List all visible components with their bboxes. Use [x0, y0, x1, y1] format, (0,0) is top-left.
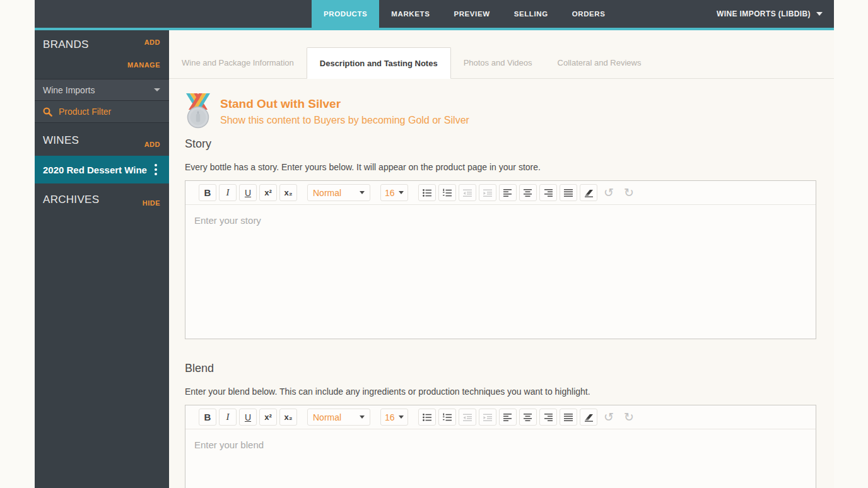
account-label: WINE IMPORTS (LIBDIB)	[717, 9, 811, 18]
tab-photos-videos[interactable]: Photos and Videos	[451, 47, 545, 78]
kebab-menu-icon[interactable]	[151, 161, 161, 178]
align-center-icon	[523, 188, 533, 198]
numbered-list-icon	[442, 188, 452, 198]
brands-add-button[interactable]: ADD	[144, 38, 160, 46]
align-right-button[interactable]	[539, 184, 557, 201]
undo-button[interactable]: ↺	[600, 184, 618, 201]
blend-editor-toolbar: B I U x² x₂ Normal 16	[185, 405, 816, 429]
indent-button[interactable]	[479, 184, 496, 201]
clear-formatting-button[interactable]	[580, 184, 597, 201]
undo-button[interactable]: ↺	[600, 409, 618, 426]
font-size-dropdown[interactable]: 16	[380, 409, 408, 426]
clear-formatting-button[interactable]	[580, 409, 597, 426]
nav-preview[interactable]: PREVIEW	[442, 0, 501, 28]
superscript-button[interactable]: x²	[259, 184, 277, 201]
product-filter[interactable]: Product Filter	[35, 101, 169, 123]
underline-button[interactable]: U	[239, 409, 257, 426]
search-icon	[43, 107, 52, 117]
tab-description-tasting-notes[interactable]: Description and Tasting Notes	[307, 47, 451, 79]
redo-icon: ↻	[624, 187, 634, 199]
chevron-down-icon	[360, 191, 365, 194]
top-bar: PRODUCTS MARKETS PREVIEW SELLING ORDERS …	[35, 0, 834, 30]
subscript-button[interactable]: x₂	[279, 184, 297, 201]
bullet-list-button[interactable]	[418, 184, 436, 201]
promo-upgrade-link[interactable]: Show this content to Buyers by becoming …	[220, 115, 469, 126]
nav-selling[interactable]: SELLING	[502, 0, 560, 28]
selected-wine-label: 2020 Red Dessert Wine	[43, 165, 147, 175]
justify-icon	[563, 188, 573, 198]
align-right-icon	[543, 188, 553, 198]
chevron-down-icon	[816, 12, 823, 16]
blend-text-input[interactable]: Enter your blend	[185, 429, 816, 488]
brand-selector[interactable]: Wine Imports	[35, 79, 169, 101]
promo-title: Stand Out with Silver	[220, 97, 469, 111]
align-center-button[interactable]	[519, 409, 537, 426]
bullet-list-icon	[422, 188, 432, 198]
top-nav: PRODUCTS MARKETS PREVIEW SELLING ORDERS	[312, 0, 618, 28]
align-left-button[interactable]	[499, 409, 517, 426]
story-text-input[interactable]: Enter your story	[185, 205, 816, 363]
outdent-button[interactable]	[459, 184, 476, 201]
indent-button[interactable]	[479, 409, 496, 426]
undo-icon: ↺	[604, 411, 614, 423]
outdent-button[interactable]	[459, 409, 476, 426]
align-left-icon	[503, 188, 513, 198]
blend-description: Enter your blend below. This can include…	[185, 386, 816, 397]
justify-button[interactable]	[560, 409, 577, 426]
story-heading: Story	[185, 137, 816, 151]
main-panel: Wine and Package Information Description…	[169, 30, 834, 488]
align-center-button[interactable]	[519, 184, 537, 201]
sidebar-item-selected-wine[interactable]: 2020 Red Dessert Wine	[35, 156, 169, 183]
underline-button[interactable]: U	[239, 184, 257, 201]
redo-icon: ↻	[624, 411, 634, 423]
italic-button[interactable]: I	[219, 409, 237, 426]
font-size-dropdown[interactable]: 16	[380, 184, 408, 201]
indent-icon	[483, 412, 493, 422]
redo-button[interactable]: ↻	[620, 184, 638, 201]
sidebar: BRANDS ADD MANAGE Wine Imports Product F…	[35, 30, 169, 488]
indent-icon	[483, 188, 493, 198]
chevron-down-icon	[154, 88, 160, 91]
superscript-button[interactable]: x²	[259, 409, 277, 426]
wines-heading: WINES	[43, 134, 79, 147]
justify-button[interactable]	[560, 184, 577, 201]
brands-heading: BRANDS	[43, 38, 89, 51]
bullet-list-button[interactable]	[418, 409, 436, 426]
tab-collateral-reviews[interactable]: Collateral and Reviews	[545, 47, 654, 78]
numbered-list-icon	[442, 412, 452, 422]
brands-manage-button[interactable]: MANAGE	[127, 61, 160, 69]
archives-hide-button[interactable]: HIDE	[143, 199, 160, 207]
blend-editor: B I U x² x₂ Normal 16	[185, 405, 816, 488]
nav-products[interactable]: PRODUCTS	[312, 0, 379, 28]
redo-button[interactable]: ↻	[620, 409, 638, 426]
eraser-icon	[584, 412, 594, 422]
blend-heading: Blend	[185, 362, 816, 375]
italic-button[interactable]: I	[219, 184, 237, 201]
bold-button[interactable]: B	[199, 184, 216, 201]
eraser-icon	[584, 188, 594, 198]
silver-medal-icon	[185, 93, 211, 129]
subscript-button[interactable]: x₂	[279, 409, 297, 426]
undo-icon: ↺	[604, 187, 614, 199]
brand-selector-value: Wine Imports	[43, 85, 95, 95]
numbered-list-button[interactable]	[438, 409, 456, 426]
paragraph-format-dropdown[interactable]: Normal	[307, 184, 370, 201]
justify-icon	[563, 412, 573, 422]
wines-add-button[interactable]: ADD	[144, 141, 160, 148]
product-filter-label: Product Filter	[59, 107, 111, 117]
story-description: Every bottle has a story. Enter yours be…	[185, 162, 816, 172]
nav-orders[interactable]: ORDERS	[560, 0, 618, 28]
align-left-icon	[503, 412, 513, 422]
numbered-list-button[interactable]	[438, 184, 456, 201]
chevron-down-icon	[399, 415, 404, 419]
bullet-list-icon	[422, 412, 432, 422]
nav-markets[interactable]: MARKETS	[379, 0, 442, 28]
paragraph-format-dropdown[interactable]: Normal	[307, 409, 370, 426]
align-center-icon	[523, 412, 533, 422]
tab-wine-package-info[interactable]: Wine and Package Information	[169, 47, 307, 78]
align-right-button[interactable]	[539, 409, 557, 426]
align-left-button[interactable]	[499, 184, 517, 201]
chevron-down-icon	[360, 415, 365, 419]
account-menu[interactable]: WINE IMPORTS (LIBDIB)	[717, 0, 823, 28]
bold-button[interactable]: B	[199, 409, 216, 426]
